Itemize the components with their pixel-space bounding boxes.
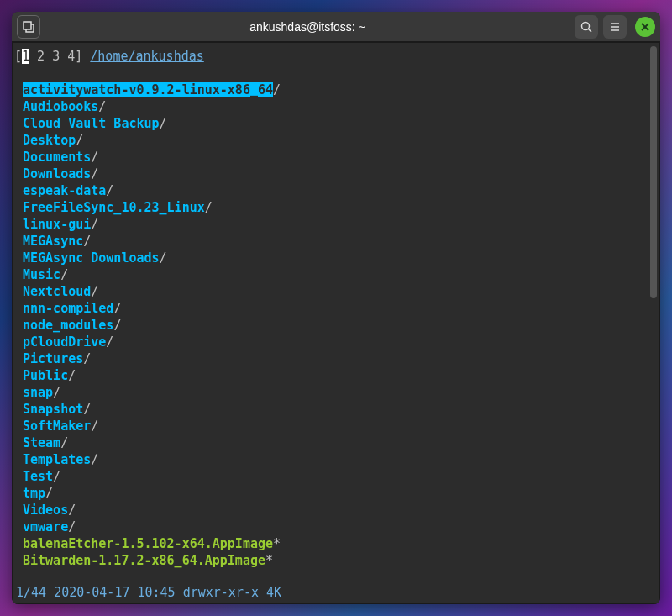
window-title: ankushdas@itsfoss: ~ — [40, 20, 575, 34]
svg-point-1 — [582, 22, 590, 29]
entry-name: Music — [23, 267, 60, 282]
dir-slash: / — [106, 183, 113, 198]
entry-name: SoftMaker — [23, 419, 91, 434]
bracket-open: [ — [14, 49, 22, 64]
entry-name: MEGAsync Downloads — [23, 250, 160, 266]
list-item[interactable]: Videos/ — [23, 502, 659, 519]
dir-slash: / — [53, 469, 60, 484]
entry-name: MEGAsync — [23, 234, 83, 249]
list-item[interactable]: Music/ — [23, 266, 659, 283]
list-item[interactable]: Steam/ — [23, 434, 659, 451]
dir-slash: / — [113, 301, 121, 316]
entry-name: tmp — [23, 486, 45, 501]
terminal-window: ankushdas@itsfoss: ~ — [12, 12, 660, 604]
dir-slash: / — [273, 82, 281, 97]
entry-name: FreeFileSync_10.23_Linux — [23, 200, 205, 215]
list-item[interactable]: Bitwarden-1.17.2-x86_64.AppImage* — [23, 552, 659, 569]
list-item[interactable]: Desktop/ — [23, 132, 659, 149]
dir-slash: / — [83, 351, 91, 366]
list-item[interactable]: node_modules/ — [23, 317, 659, 334]
search-icon — [580, 21, 592, 33]
dir-slash: / — [98, 99, 106, 114]
tab-2[interactable]: 2 — [37, 49, 45, 64]
dir-slash: / — [160, 250, 167, 266]
entry-name: Cloud Vault Backup — [23, 116, 160, 131]
list-item[interactable]: balenaEtcher-1.5.102-x64.AppImage* — [23, 535, 659, 552]
terminal-content[interactable]: [1 2 3 4] /home/ankushdas activitywatch-… — [12, 42, 660, 604]
status-time: 10:45 — [138, 585, 176, 600]
dir-slash: / — [68, 368, 76, 383]
list-item[interactable]: Cloud Vault Backup/ — [23, 115, 659, 132]
list-item[interactable]: Public/ — [23, 367, 659, 384]
entry-name: Audiobooks — [23, 99, 98, 114]
menu-button[interactable] — [603, 15, 627, 39]
search-button[interactable] — [575, 15, 598, 39]
list-item[interactable]: nnn-compiled/ — [23, 300, 659, 317]
current-path[interactable]: /home/ankushdas — [90, 49, 203, 64]
entry-name: nnn-compiled — [23, 301, 113, 316]
dir-slash: / — [113, 318, 121, 333]
scrollbar-thumb[interactable] — [650, 46, 657, 298]
entry-name: Nextcloud — [23, 284, 91, 299]
entry-name: activitywatch-v0.9.2-linux-x86_64 — [23, 82, 273, 97]
entry-name: vmware — [23, 519, 68, 534]
status-position: 1/44 — [16, 585, 46, 600]
list-item[interactable]: Pictures/ — [23, 350, 659, 367]
list-item[interactable]: activitywatch-v0.9.2-linux-x86_64/ — [23, 82, 659, 98]
list-item[interactable]: espeak-data/ — [23, 182, 659, 199]
new-tab-button[interactable] — [17, 15, 40, 39]
exec-star: * — [265, 553, 273, 568]
dir-slash: / — [60, 435, 68, 450]
dir-slash: / — [83, 402, 91, 417]
list-item[interactable]: Documents/ — [23, 149, 659, 166]
dir-slash: / — [45, 486, 53, 501]
list-item[interactable]: Downloads/ — [23, 166, 659, 182]
entry-name: Test — [23, 469, 53, 484]
list-item[interactable]: MEGAsync Downloads/ — [23, 250, 659, 266]
list-item[interactable]: linux-gui/ — [23, 216, 659, 233]
entry-name: Desktop — [23, 133, 76, 148]
entry-name: Pictures — [23, 351, 83, 366]
tab-3[interactable]: 3 — [52, 49, 60, 64]
svg-rect-0 — [24, 22, 31, 29]
list-item[interactable]: tmp/ — [23, 485, 659, 502]
list-item[interactable]: snap/ — [23, 384, 659, 401]
list-item[interactable]: vmware/ — [23, 519, 659, 535]
dir-slash: / — [60, 267, 68, 282]
dir-slash: / — [76, 133, 83, 148]
dir-slash: / — [91, 150, 98, 165]
status-size: 4K — [266, 585, 281, 600]
close-button[interactable] — [635, 17, 655, 37]
list-item[interactable]: FreeFileSync_10.23_Linux/ — [23, 199, 659, 216]
list-item[interactable]: Audiobooks/ — [23, 98, 659, 115]
dir-slash: / — [205, 200, 213, 215]
entry-name: Bitwarden-1.17.2-x86_64.AppImage — [23, 553, 265, 568]
entry-name: pCloudDrive — [23, 334, 106, 350]
list-item[interactable]: Templates/ — [23, 451, 659, 468]
status-bar: 1/44 2020-04-17 10:45 drwxr-xr-x 4K — [16, 584, 659, 601]
list-item[interactable]: SoftMaker/ — [23, 418, 659, 434]
entry-name: Public — [23, 368, 68, 383]
dir-slash: / — [53, 385, 60, 400]
list-item[interactable]: pCloudDrive/ — [23, 334, 659, 350]
list-item[interactable]: Snapshot/ — [23, 401, 659, 418]
dir-slash: / — [68, 503, 76, 518]
entry-name: Downloads — [23, 166, 91, 182]
tab-1[interactable]: 1 — [22, 49, 29, 64]
svg-line-2 — [589, 29, 592, 32]
titlebar: ankushdas@itsfoss: ~ — [12, 12, 660, 42]
entry-name: Templates — [23, 452, 91, 467]
dir-slash: / — [91, 217, 98, 232]
entry-name: balenaEtcher-1.5.102-x64.AppImage — [23, 536, 273, 551]
entry-name: node_modules — [23, 318, 113, 333]
list-item[interactable]: Test/ — [23, 468, 659, 485]
tab-4[interactable]: 4 — [67, 49, 75, 64]
entry-name: snap — [23, 385, 53, 400]
entry-name: Videos — [23, 503, 68, 518]
entry-name: Snapshot — [23, 402, 83, 417]
dir-slash: / — [91, 452, 98, 467]
list-item[interactable]: Nextcloud/ — [23, 283, 659, 300]
bracket-close: ] — [75, 49, 90, 64]
dir-slash: / — [91, 166, 98, 182]
list-item[interactable]: MEGAsync/ — [23, 233, 659, 250]
